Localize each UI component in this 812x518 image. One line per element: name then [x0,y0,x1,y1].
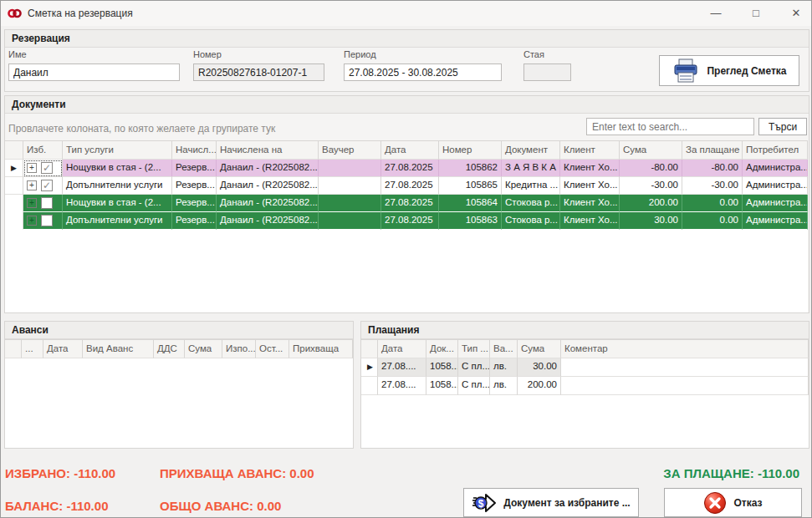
header-used[interactable]: Изпо... [222,340,256,358]
document-row[interactable]: + Допълнителни услуги Резерв... Данаил -… [5,177,808,195]
header-indicator [5,141,23,160]
cell-amount: 30.00 [518,358,561,377]
minimize-icon[interactable]: — [702,1,730,26]
payment-row[interactable]: 27.08.... 1058... С пл... лв. 200.00 [361,377,809,395]
header-accrued[interactable]: Начисл... [172,141,217,160]
header-amount[interactable]: Сума [185,340,222,358]
due-value: -110.00 [758,466,799,480]
header-service-type[interactable]: Тип услуги [63,141,172,160]
cell-accrued: Резерв... [172,212,217,230]
expand-icon[interactable]: + [27,216,37,226]
row-indicator [5,195,23,212]
cell-service-type: Нощувки в стая - (2... [63,160,172,177]
row-checkbox[interactable] [41,215,53,226]
reservation-panel-title: Резервация [5,30,809,48]
header-offset[interactable]: Прихваща [289,340,353,358]
period-label: Период [344,49,376,59]
period-field[interactable] [344,63,502,81]
cell-document: Стокова р... [502,195,560,212]
cell-voucher [319,160,381,177]
row-checkbox[interactable] [41,162,53,174]
expand-icon[interactable]: + [27,163,37,173]
header-date[interactable]: Дата [43,340,83,358]
cell-service-type: Допълнителни услуги [63,212,172,230]
offset-advance-label: ПРИХВАЩА АВАНС: [160,466,286,480]
document-row[interactable]: + Нощувки в стая - (2... Резерв... Данаи… [5,195,808,212]
payment-row[interactable]: ▶ 27.08.... 1058... С пл... лв. 30.00 [361,358,809,377]
cancel-x-icon [703,491,727,515]
window-title: Сметка на резервация [28,8,133,19]
preview-invoice-button[interactable]: Преглед Сметка [659,55,799,86]
app-logo-icon [8,7,22,20]
advances-panel-title: Аванси [5,322,353,339]
header-advance-type[interactable]: Вид Аванс [83,340,154,358]
cell-voucher [319,177,381,195]
header-remaining[interactable]: Ост... [256,340,289,358]
document-row[interactable]: + Допълнителни услуги Резерв... Данаил -… [5,212,808,230]
cell-client: Клиент Хо... [560,212,620,230]
header-comment[interactable]: Коментар [561,340,809,358]
cell-currency: лв. [490,358,518,377]
header-user[interactable]: Потребител [743,141,808,160]
header-date[interactable]: Дата [378,340,426,358]
cell-amount: 30.00 [620,212,682,230]
header-selected[interactable]: Изб. [23,141,63,160]
room-field[interactable] [523,63,571,81]
cell-document: Кредитна ... [502,177,560,195]
payments-panel: Плащания Дата Док... Тип ... Ва... Сума … [360,321,809,449]
cell-amount: 200.00 [620,195,682,212]
row-select-cell[interactable]: + [23,160,63,177]
close-icon[interactable]: ✕ [782,1,810,26]
header-type[interactable]: Тип ... [458,340,490,358]
header-doc[interactable]: Док... [426,340,458,358]
cell-service-type: Допълнителни услуги [63,177,172,195]
row-select-cell[interactable]: + [23,177,63,195]
header-date[interactable]: Дата [381,141,439,160]
header-currency[interactable]: Ва... [490,340,518,358]
cell-number: 105863 [439,212,502,230]
name-label: Име [8,49,27,59]
balance-total: БАЛАНС: -110.00 [5,499,108,513]
maximize-icon[interactable]: □ [742,1,770,26]
cell-client: Клиент Хо... [560,195,620,212]
header-indicator [5,340,22,358]
header-number[interactable]: Номер [439,141,502,160]
search-button[interactable]: Търси [758,118,807,135]
name-field[interactable] [8,63,180,81]
row-select-cell[interactable]: + [23,212,63,230]
header-client[interactable]: Клиент [560,141,620,160]
cell-doc: 1058... [426,358,458,377]
number-field[interactable] [193,63,324,81]
row-indicator-icon: ▶ [5,160,23,177]
header-due[interactable]: За плащане [682,141,743,160]
total-advance-value: 0.00 [257,499,281,513]
expand-icon[interactable]: + [27,198,37,208]
cell-service-type: Нощувки в стая - (2... [63,195,172,212]
cell-due: 0.00 [682,195,743,212]
cell-amount: -80.00 [620,160,682,177]
printer-icon [672,58,700,84]
reservation-invoice-window: Сметка на резервация — □ ✕ Резервация Им… [0,0,812,518]
header-voucher[interactable]: Ваучер [319,141,381,160]
row-checkbox[interactable] [41,180,53,191]
cell-comment [561,377,809,395]
row-select-cell[interactable]: + [23,195,63,212]
advances-panel: Аванси ... Дата Вид Аванс ДДС Сума Изпо.… [4,321,354,449]
cell-amount: -30.00 [620,177,682,195]
document-money-arrow-icon: $ [472,491,497,515]
documents-grid: Изб. Тип услуги Начисл... Начислена на В… [5,140,808,312]
header-dots[interactable]: ... [22,340,43,358]
document-for-selected-button[interactable]: $ Документ за избраните ... [463,488,639,517]
header-accrued-on[interactable]: Начислена на [217,141,319,160]
cancel-button[interactable]: Отказ [664,488,802,517]
selected-total-label: ИЗБРАНО: [5,466,70,480]
expand-icon[interactable]: + [27,180,37,190]
header-amount[interactable]: Сума [518,340,561,358]
header-amount[interactable]: Сума [620,141,682,160]
header-document[interactable]: Документ [502,141,560,160]
header-vat[interactable]: ДДС [154,340,185,358]
document-row[interactable]: ▶ + Нощувки в стая - (2... Резерв... Дан… [5,160,808,177]
cell-currency: лв. [490,377,518,395]
row-checkbox[interactable] [41,197,53,209]
search-input[interactable] [586,118,754,135]
